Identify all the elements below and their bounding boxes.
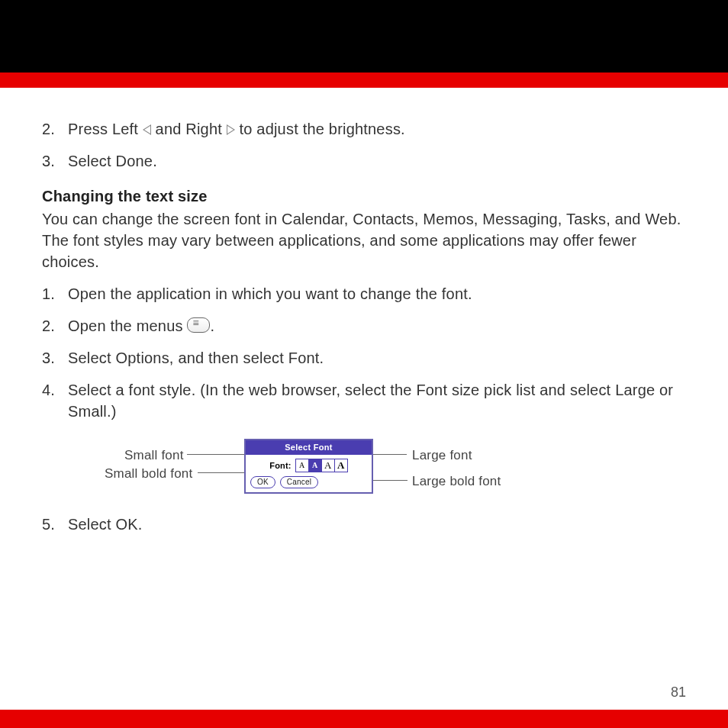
list-text: Press Left and Right to adjust the brigh… bbox=[68, 118, 686, 140]
list-item: 3. Select Done. bbox=[42, 150, 686, 172]
left-arrow-icon bbox=[143, 124, 151, 135]
right-arrow-icon bbox=[227, 124, 235, 135]
page-content: 2. Press Left and Right to adjust the br… bbox=[0, 88, 728, 535]
list-text: Select a font style. (In the web browser… bbox=[68, 379, 686, 422]
step-list-b: 1. Open the application in which you wan… bbox=[42, 283, 686, 422]
list-item: 2. Press Left and Right to adjust the br… bbox=[42, 118, 686, 140]
ok-button[interactable]: OK bbox=[250, 476, 275, 488]
footer-red-bar bbox=[0, 710, 728, 728]
step-list-a: 2. Press Left and Right to adjust the br… bbox=[42, 118, 686, 172]
list-number: 4. bbox=[42, 379, 68, 422]
text-fragment: and Right bbox=[151, 121, 227, 137]
select-font-dialog: Select Font Font: A A A A OK Cancel bbox=[244, 439, 373, 494]
header-black-bar bbox=[0, 0, 728, 72]
font-cell-large[interactable]: A bbox=[322, 459, 335, 472]
menu-icon bbox=[187, 317, 210, 333]
list-number: 3. bbox=[42, 347, 68, 369]
list-item: 2. Open the menus . bbox=[42, 315, 686, 337]
callout-large-font: Large font bbox=[412, 446, 472, 465]
list-text: Open the menus . bbox=[68, 315, 686, 337]
text-fragment: Press Left bbox=[68, 121, 143, 137]
list-number: 1. bbox=[42, 283, 68, 304]
font-cell-small[interactable]: A bbox=[296, 459, 309, 472]
list-item: 5. Select OK. bbox=[42, 514, 686, 535]
text-fragment: . bbox=[210, 317, 214, 334]
dialog-body: Font: A A A A bbox=[246, 455, 372, 475]
list-item: 3. Select Options, and then select Font. bbox=[42, 347, 686, 369]
font-picker[interactable]: A A A A bbox=[295, 459, 348, 472]
list-text: Select OK. bbox=[68, 514, 686, 535]
list-item: 4. Select a font style. (In the web brow… bbox=[42, 379, 686, 422]
list-text: Select Done. bbox=[68, 150, 686, 172]
section-intro: You can change the screen font in Calend… bbox=[42, 208, 686, 272]
dialog-title: Select Font bbox=[246, 440, 372, 455]
font-label: Font: bbox=[269, 460, 291, 472]
header-red-bar bbox=[0, 72, 728, 88]
page-number: 81 bbox=[671, 685, 686, 701]
dialog-buttons: OK Cancel bbox=[246, 475, 372, 492]
callout-small-bold-font: Small bold font bbox=[105, 465, 192, 483]
section-heading: Changing the text size bbox=[42, 185, 686, 207]
cancel-button[interactable]: Cancel bbox=[280, 476, 318, 488]
step-list-c: 5. Select OK. bbox=[42, 514, 686, 535]
font-cell-small-bold[interactable]: A bbox=[309, 459, 322, 472]
list-number: 3. bbox=[42, 150, 68, 172]
text-fragment: to adjust the brightness. bbox=[235, 121, 405, 137]
font-cell-large-bold[interactable]: A bbox=[335, 459, 347, 472]
list-number: 5. bbox=[42, 514, 68, 535]
list-number: 2. bbox=[42, 118, 68, 140]
list-text: Open the application in which you want t… bbox=[68, 283, 686, 304]
callout-large-bold-font: Large bold font bbox=[412, 472, 501, 491]
list-text: Select Options, and then select Font. bbox=[68, 347, 686, 369]
list-number: 2. bbox=[42, 315, 68, 337]
list-item: 1. Open the application in which you wan… bbox=[42, 283, 686, 304]
select-font-figure: Small font Small bold font Large font La… bbox=[72, 436, 546, 504]
text-fragment: Open the menus bbox=[68, 317, 187, 334]
callout-small-font: Small font bbox=[124, 446, 184, 465]
